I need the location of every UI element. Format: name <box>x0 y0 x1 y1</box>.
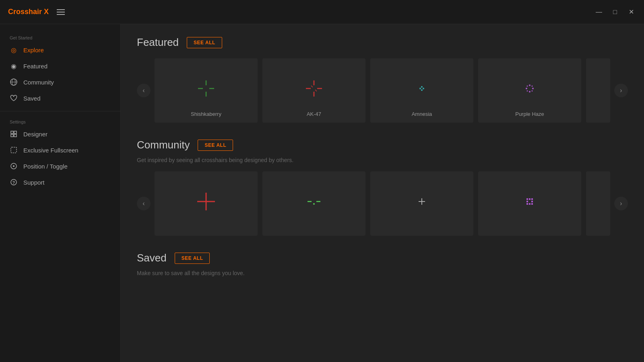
svg-rect-5 <box>11 134 13 137</box>
featured-carousel-next[interactable]: › <box>614 84 628 97</box>
app-title-accent: X <box>44 8 49 16</box>
svg-rect-3 <box>11 131 13 134</box>
svg-point-26 <box>529 84 530 86</box>
app-title-text: Crosshair <box>8 8 44 16</box>
sidebar-item-featured[interactable]: ◉ Featured <box>0 58 120 74</box>
sidebar-item-community[interactable]: Community <box>0 74 120 90</box>
support-icon: ? <box>10 178 18 186</box>
featured-card-amnesia[interactable]: Amnesia <box>370 58 473 123</box>
crosshair-canvas-amnesia <box>406 72 438 105</box>
minimize-button[interactable]: — <box>594 7 604 17</box>
featured-card-shishkaberry[interactable]: Shishkaberry <box>155 58 258 123</box>
sidebar-item-support[interactable]: ? Support <box>0 174 120 190</box>
svg-point-33 <box>527 90 528 92</box>
featured-see-all-button[interactable]: SEE ALL <box>187 37 222 48</box>
sidebar-item-exclusive-fullscreen-label: Exclusive Fullscreen <box>23 147 78 154</box>
featured-carousel-prev[interactable]: ‹ <box>137 84 151 97</box>
hamburger-line-1 <box>57 9 65 10</box>
community-card-partial <box>586 171 610 236</box>
svg-rect-45 <box>531 198 533 200</box>
crosshair-canvas-shishkaberry <box>190 72 222 105</box>
featured-card-amnesia-label: Amnesia <box>412 111 432 117</box>
sidebar-item-designer[interactable]: Designer <box>0 126 120 142</box>
featured-icon: ◉ <box>10 62 18 70</box>
community-icon <box>10 78 18 86</box>
hamburger-line-3 <box>57 14 65 15</box>
designer-icon <box>10 130 18 138</box>
svg-point-25 <box>421 89 423 91</box>
svg-point-24 <box>421 86 423 88</box>
community-carousel-next[interactable]: › <box>614 197 628 210</box>
svg-rect-4 <box>14 131 17 134</box>
svg-point-28 <box>526 88 527 89</box>
saved-description: Make sure to save all the designs you lo… <box>137 270 628 276</box>
sidebar-item-support-label: Support <box>23 179 45 186</box>
sidebar-item-position-toggle-label: Position / Toggle <box>23 163 68 170</box>
featured-title: Featured <box>137 36 179 49</box>
crosshair-canvas-c1 <box>190 185 222 218</box>
titlebar: Crosshair X — □ ✕ <box>0 0 644 24</box>
sidebar-item-community-label: Community <box>23 79 54 86</box>
svg-rect-6 <box>14 134 17 137</box>
saved-title: Saved <box>137 252 167 264</box>
svg-point-9 <box>13 165 14 167</box>
svg-rect-46 <box>526 203 528 205</box>
crosshair-canvas-c4 <box>514 185 546 218</box>
sidebar-item-explore-label: Explore <box>23 47 44 53</box>
community-see-all-button[interactable]: SEE ALL <box>198 140 233 151</box>
sidebar-item-designer-label: Designer <box>23 131 47 138</box>
crosshair-canvas-purple-haze <box>514 72 546 105</box>
svg-rect-42 <box>529 203 530 205</box>
saved-see-all-button[interactable]: SEE ALL <box>175 253 210 264</box>
community-section-header: Community SEE ALL <box>137 139 628 151</box>
featured-carousel: ‹ Shishkaberry <box>137 58 628 123</box>
community-card-3[interactable] <box>370 171 473 236</box>
featured-card-ak47-label: AK-47 <box>307 111 321 117</box>
svg-rect-44 <box>531 201 533 202</box>
community-card-1[interactable] <box>155 171 258 236</box>
svg-point-27 <box>529 91 530 93</box>
featured-card-shishkaberry-label: Shishkaberry <box>191 111 221 117</box>
maximize-button[interactable]: □ <box>610 7 620 17</box>
app-title: Crosshair X <box>8 8 49 16</box>
svg-point-38 <box>313 203 315 205</box>
saved-icon <box>10 94 18 102</box>
crosshair-canvas-ak47 <box>298 72 330 105</box>
titlebar-left: Crosshair X <box>8 8 65 16</box>
exclusive-fullscreen-icon <box>10 146 18 154</box>
hamburger-line-2 <box>57 12 65 12</box>
community-description: Get inspired by seeing all crosshairs be… <box>137 157 628 163</box>
featured-card-purple-haze[interactable]: Purple Haze <box>478 58 581 123</box>
featured-card-purple-haze-label: Purple Haze <box>515 111 544 117</box>
sidebar: Get Started ◎ Explore ◉ Featured Communi… <box>0 24 121 362</box>
svg-text:?: ? <box>12 181 15 185</box>
svg-point-23 <box>423 88 424 89</box>
sidebar-item-saved-label: Saved <box>23 95 41 102</box>
position-toggle-icon <box>10 162 18 170</box>
sidebar-item-explore[interactable]: ◎ Explore <box>0 42 120 58</box>
community-card-2[interactable] <box>262 171 365 236</box>
svg-line-20 <box>311 86 313 87</box>
svg-point-30 <box>527 86 528 87</box>
sidebar-item-position-toggle[interactable]: Position / Toggle <box>0 158 120 174</box>
content-area: Featured SEE ALL ‹ Shishkaberry <box>121 24 644 362</box>
svg-rect-47 <box>531 203 533 205</box>
community-carousel-prev[interactable]: ‹ <box>137 197 151 210</box>
settings-label: Settings <box>0 116 120 126</box>
svg-line-21 <box>315 90 317 91</box>
svg-point-22 <box>419 88 421 89</box>
close-button[interactable]: ✕ <box>626 7 636 17</box>
community-card-4[interactable] <box>478 171 581 236</box>
featured-crosshair-grid: Shishkaberry AK-47 <box>155 58 610 123</box>
get-started-label: Get Started <box>0 32 120 42</box>
svg-rect-43 <box>526 201 528 202</box>
featured-card-ak47[interactable]: AK-47 <box>262 58 365 123</box>
sidebar-item-saved[interactable]: Saved <box>0 90 120 106</box>
titlebar-controls: — □ ✕ <box>594 7 636 17</box>
svg-rect-48 <box>526 198 528 200</box>
sidebar-item-featured-label: Featured <box>23 63 47 70</box>
featured-section-header: Featured SEE ALL <box>137 36 628 49</box>
featured-card-partial <box>586 58 610 123</box>
hamburger-menu[interactable] <box>57 9 65 15</box>
sidebar-item-exclusive-fullscreen[interactable]: Exclusive Fullscreen <box>0 142 120 158</box>
